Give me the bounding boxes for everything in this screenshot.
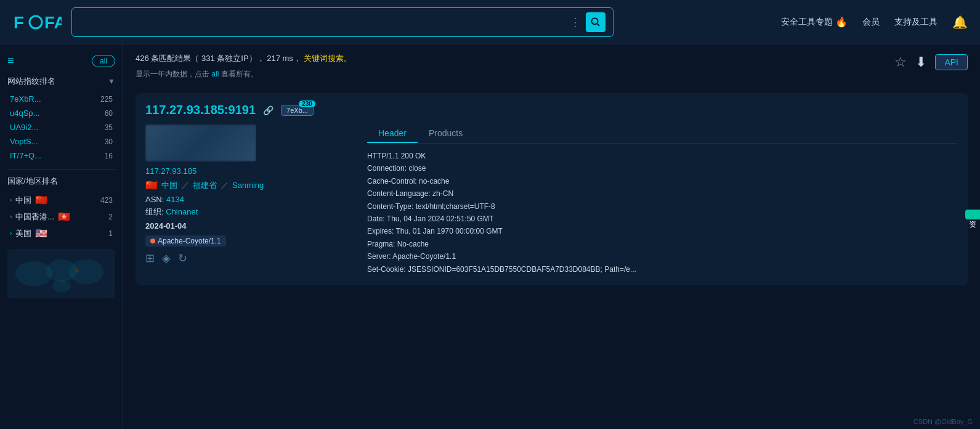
sidebar-item-4[interactable]: IT/7+Q... 16 — [7, 149, 115, 163]
svg-point-9 — [75, 269, 79, 272]
results-summary-area: 426 条匹配结果（ 331 条独立IP）， 217 ms， 关键词搜索。 显示… — [136, 53, 894, 88]
result-org: 组织: Chinanet — [145, 206, 355, 218]
nav-security-tools[interactable]: 安全工具专题 🔥 — [781, 16, 848, 28]
city-link[interactable]: Sanming — [232, 181, 264, 190]
header-line-7: Pragma: No-cache — [367, 238, 958, 250]
tech-dot-icon — [150, 239, 155, 243]
all-badge[interactable]: all — [92, 55, 115, 67]
sidebar-item-1[interactable]: u4qSp... 60 — [7, 106, 115, 120]
result-tabs: Header Products — [367, 125, 958, 144]
notification-bell-icon[interactable]: 🔔 — [952, 15, 968, 30]
search-input[interactable]: app="服务社-企语iFair" — [79, 17, 565, 27]
watermark: CSDN @OidBoy_G — [913, 418, 973, 425]
tab-header[interactable]: Header — [367, 125, 418, 143]
rank-section-title: 网站指纹排名 ▼ — [7, 76, 115, 87]
expand-arrow-usa: › — [10, 230, 12, 237]
expand-arrow-china: › — [10, 197, 12, 203]
header-line-9: Set-Cookie: JSESSIONID=603F51A15DB7550CD… — [367, 263, 958, 276]
header-line-5: Date: Thu, 04 Jan 2024 02:51:50 GMT — [367, 213, 958, 225]
svg-point-8 — [52, 280, 71, 292]
asn-link[interactable]: 4134 — [166, 195, 184, 204]
country-item-china[interactable]: › 中国 🇨🇳 423 — [7, 192, 115, 208]
sidebar-item-0[interactable]: 7eXbR... 225 — [7, 92, 115, 106]
result-date: 2024-01-04 — [145, 221, 355, 231]
header: F FA app="服务社-企语iFair" ⋮ 安全工具专题 🔥 会员 支持及… — [0, 0, 980, 44]
result-screenshot — [145, 125, 256, 161]
header-line-4: Content-Type: text/html;charset=UTF-8 — [367, 200, 958, 213]
link-icon[interactable]: 🔗 — [263, 105, 273, 115]
flag-hk: 🇭🇰 — [58, 211, 70, 223]
svg-text:FA: FA — [44, 13, 62, 32]
fire-icon: 🔥 — [835, 16, 848, 28]
result-actions: ⊞ ◈ ↻ — [145, 251, 355, 265]
org-link[interactable]: Chinanet — [166, 207, 198, 216]
action-refresh-icon[interactable]: ↻ — [178, 251, 187, 265]
result-asn: ASN: 4134 — [145, 195, 355, 204]
result-location: 🇨🇳 中国 ／ 福建省 ／ Sanming — [145, 179, 355, 191]
results-top-bar: 426 条匹配结果（ 331 条独立IP）， 217 ms， 关键词搜索。 显示… — [136, 53, 968, 88]
tag-badge[interactable]: 7eXb... 230 — [281, 105, 314, 116]
results-summary: 426 条匹配结果（ 331 条独立IP）， 217 ms， 关键词搜索。 — [136, 53, 894, 64]
sidebar: ≡ all 网站指纹排名 ▼ 7eXbR... 225 u4qSp... 60 … — [0, 44, 123, 429]
header-line-8: Server: Apache-Coyote/1.1 — [367, 250, 958, 263]
header-line-2: Cache-Control: no-cache — [367, 175, 958, 187]
rank-filter-icon[interactable]: ▼ — [108, 77, 115, 86]
keyword-search-link[interactable]: 关键词搜索。 — [304, 54, 352, 63]
header-line-0: HTTP/1.1 200 OK — [367, 150, 958, 162]
flag-usa: 🇺🇸 — [35, 227, 47, 239]
country-section-title: 国家/地区排名 — [7, 176, 115, 187]
svg-text:F: F — [14, 13, 24, 32]
country-list: › 中国 🇨🇳 423 › 中国香港... 🇭🇰 2 › 美国 🇺🇸 — [7, 192, 115, 242]
sidebar-fingerprint-list: 7eXbR... 225 u4qSp... 60 UA9i2... 35 Vop… — [7, 92, 115, 163]
result-card: 117.27.93.185:9191 🔗 7eXb... 230 117.27.… — [136, 93, 968, 285]
result-tech: Apache-Coyote/1.1 — [145, 235, 355, 247]
location-flag: 🇨🇳 — [145, 179, 158, 191]
star-button[interactable]: ☆ — [894, 54, 907, 70]
country-item-usa[interactable]: › 美国 🇺🇸 1 — [7, 225, 115, 242]
result-left-panel: 117.27.93.185 🇨🇳 中国 ／ 福建省 ／ Sanming ASN:… — [145, 125, 355, 276]
header-content: HTTP/1.1 200 OK Connection: close Cache-… — [367, 150, 958, 276]
results-area: 426 条匹配结果（ 331 条独立IP）， 217 ms， 关键词搜索。 显示… — [123, 44, 980, 429]
green-side-tab[interactable]: 资 — [965, 210, 980, 219]
search-box: app="服务社-企语iFair" ⋮ — [71, 7, 614, 37]
svg-point-7 — [69, 259, 103, 284]
tab-products[interactable]: Products — [418, 125, 474, 143]
header-line-6: Expires: Thu, 01 Jan 1970 00:00:00 GMT — [367, 225, 958, 237]
header-line-3: Content-Language: zh-CN — [367, 187, 958, 200]
sidebar-divider — [7, 169, 115, 170]
result-ip-small[interactable]: 117.27.93.185 — [145, 166, 355, 176]
country-link[interactable]: 中国 — [161, 180, 177, 191]
tech-badge[interactable]: Apache-Coyote/1.1 — [145, 235, 226, 247]
action-3d-icon[interactable]: ◈ — [162, 251, 171, 265]
export-button[interactable]: ⬇ — [915, 54, 926, 70]
header-line-1: Connection: close — [367, 162, 958, 174]
logo: F FA — [12, 10, 62, 35]
result-right-panel: Header Products HTTP/1.1 200 OK Connecti… — [367, 125, 958, 276]
sidebar-item-3[interactable]: VoptS... 30 — [7, 134, 115, 149]
sidebar-item-2[interactable]: UA9i2... 35 — [7, 120, 115, 134]
flag-china: 🇨🇳 — [35, 194, 47, 206]
result-card-body: 117.27.93.185 🇨🇳 中国 ／ 福建省 ／ Sanming ASN:… — [145, 125, 958, 276]
results-toolbar: ☆ ⬇ API — [894, 53, 968, 70]
result-card-header: 117.27.93.185:9191 🔗 7eXb... 230 — [145, 103, 958, 117]
svg-point-1 — [30, 16, 42, 28]
search-options-icon[interactable]: ⋮ — [570, 15, 581, 29]
province-link[interactable]: 福建省 — [193, 180, 217, 191]
country-item-hk[interactable]: › 中国香港... 🇭🇰 2 — [7, 208, 115, 225]
sidebar-filter-header: ≡ all — [7, 54, 115, 67]
action-screenshot-icon[interactable]: ⊞ — [145, 251, 155, 265]
results-all-link[interactable]: all — [211, 70, 219, 78]
main-container: ≡ all 网站指纹排名 ▼ 7eXbR... 225 u4qSp... 60 … — [0, 44, 980, 429]
api-button[interactable]: API — [935, 54, 968, 70]
nav-membership[interactable]: 会员 — [862, 17, 880, 28]
results-note: 显示一年内数据，点击 all 查看所有。 — [136, 69, 894, 80]
world-map — [7, 249, 115, 298]
nav-support-tools[interactable]: 支持及工具 — [894, 17, 937, 28]
expand-arrow-hk: › — [10, 213, 12, 220]
svg-point-3 — [592, 18, 598, 24]
svg-line-4 — [597, 23, 600, 26]
header-nav: 安全工具专题 🔥 会员 支持及工具 🔔 — [781, 15, 968, 30]
filter-icon[interactable]: ≡ — [7, 54, 14, 67]
result-ip-port[interactable]: 117.27.93.185:9191 — [145, 103, 256, 117]
search-button[interactable] — [586, 12, 605, 32]
